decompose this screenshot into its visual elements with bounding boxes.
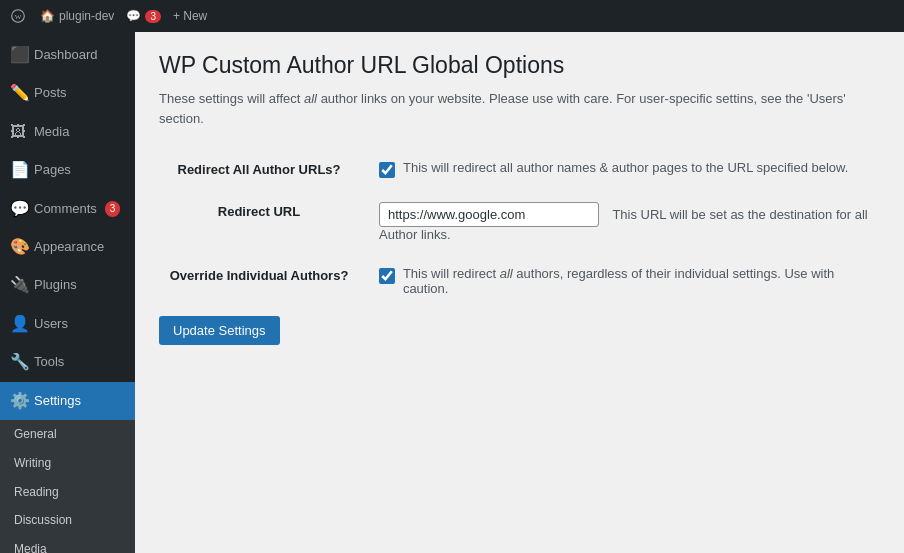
sidebar-item-settings[interactable]: ⚙️ Settings [0,382,135,420]
sidebar-item-media[interactable]: 🖼 Media [0,113,135,151]
submenu-item-media[interactable]: Media [0,535,135,553]
redirect-url-input[interactable] [379,202,599,227]
sidebar-item-appearance[interactable]: 🎨 Appearance [0,228,135,266]
settings-icon: ⚙️ [10,390,26,412]
site-icon: 🏠 [40,9,55,23]
wp-logo-item[interactable]: W [8,6,28,26]
settings-form-table: Redirect All Author URLs? This will redi… [159,148,880,308]
override-checkbox[interactable] [379,268,395,284]
redirect-all-checkbox[interactable] [379,162,395,178]
sidebar: ⬛ Dashboard ✏️ Posts 🖼 Media 📄 Pages 💬 C… [0,32,135,553]
sidebar-item-users[interactable]: 👤 Users [0,305,135,343]
main-layout: ⬛ Dashboard ✏️ Posts 🖼 Media 📄 Pages 💬 C… [0,32,904,553]
submenu-item-general[interactable]: General [0,420,135,449]
new-label: + New [173,9,207,23]
sidebar-item-posts[interactable]: ✏️ Posts [0,74,135,112]
sidebar-item-plugins[interactable]: 🔌 Plugins [0,266,135,304]
sidebar-item-label: Media [34,123,69,141]
dashboard-icon: ⬛ [10,44,26,66]
sidebar-item-label: Pages [34,161,71,179]
comments-nav-badge: 3 [105,201,121,217]
page-description: These settings will affect all author li… [159,89,880,128]
settings-submenu: General Writing Reading Discussion Media… [0,420,135,553]
topbar: W 🏠 plugin-dev 💬 3 + New [0,0,904,32]
sidebar-item-label: Plugins [34,276,77,294]
redirect-all-label: Redirect All Author URLs? [178,162,341,177]
redirect-all-desc: This will redirect all author names & au… [403,160,848,175]
submenu-label: Writing [14,455,51,472]
plugins-icon: 🔌 [10,274,26,296]
sidebar-item-comments[interactable]: 💬 Comments 3 [0,190,135,228]
content-area: WP Custom Author URL Global Options Thes… [135,32,904,553]
submenu-label: General [14,426,57,443]
submenu-label: Media [14,541,47,553]
update-settings-button[interactable]: Update Settings [159,316,280,345]
redirect-url-row: Redirect URL This URL will be set as the… [159,190,880,254]
submenu-item-reading[interactable]: Reading [0,478,135,507]
comments-item[interactable]: 💬 3 [126,9,161,23]
submenu-item-writing[interactable]: Writing [0,449,135,478]
override-authors-row: Override Individual Authors? This will r… [159,254,880,308]
sidebar-item-pages[interactable]: 📄 Pages [0,151,135,189]
sidebar-item-label: Posts [34,84,67,102]
site-name-item[interactable]: 🏠 plugin-dev [40,9,114,23]
site-name-label: plugin-dev [59,9,114,23]
sidebar-item-label: Appearance [34,238,104,256]
posts-icon: ✏️ [10,82,26,104]
sidebar-item-label: Tools [34,353,64,371]
submenu-label: Discussion [14,512,72,529]
new-item[interactable]: + New [173,9,207,23]
pages-icon: 📄 [10,159,26,181]
media-icon: 🖼 [10,121,26,143]
svg-text:W: W [15,13,22,21]
override-desc: This will redirect all authors, regardle… [403,266,880,296]
sidebar-item-label: Settings [34,392,81,410]
redirect-url-label: Redirect URL [218,204,300,219]
sidebar-item-label: Users [34,315,68,333]
sidebar-item-label: Comments [34,200,97,218]
redirect-all-field: This will redirect all author names & au… [379,160,880,178]
submenu-label: Reading [14,484,59,501]
sidebar-item-dashboard[interactable]: ⬛ Dashboard [0,36,135,74]
comments-badge: 3 [145,10,161,23]
sidebar-item-label: Dashboard [34,46,98,64]
override-field: This will redirect all authors, regardle… [379,266,880,296]
comment-icon: 💬 [126,9,141,23]
sidebar-item-tools[interactable]: 🔧 Tools [0,343,135,381]
tools-icon: 🔧 [10,351,26,373]
comments-icon: 💬 [10,198,26,220]
wp-logo: W [8,6,28,26]
users-icon: 👤 [10,313,26,335]
redirect-all-row: Redirect All Author URLs? This will redi… [159,148,880,190]
page-title: WP Custom Author URL Global Options [159,52,880,79]
submenu-item-discussion[interactable]: Discussion [0,506,135,535]
override-label: Override Individual Authors? [170,268,349,283]
appearance-icon: 🎨 [10,236,26,258]
